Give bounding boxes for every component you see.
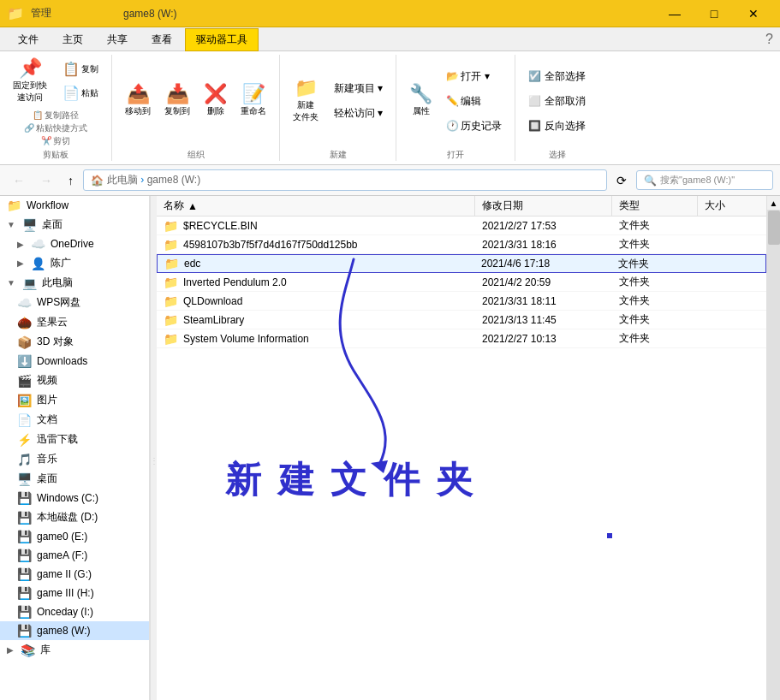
- search-box[interactable]: 🔍 搜索"game8 (W:)": [636, 170, 773, 190]
- ribbon-group-quickaccess: 📌 固定到快速访问 📋 复制 📄 粘贴 📋 复制路径 🔗 粘贴快捷方式 ✂️ 剪…: [0, 55, 112, 161]
- sidebar-item-library[interactable]: ▶ 📚 库: [0, 640, 149, 660]
- sidebar-item-docs[interactable]: 📄 文档: [0, 410, 149, 430]
- sidebar-item-workflow[interactable]: 📁 Workflow: [0, 196, 149, 215]
- annotation-dot: [607, 533, 612, 538]
- table-row[interactable]: 📁 4598107b3b7f5f7d4d167f750dd125bb 2021/…: [157, 235, 766, 254]
- table-row[interactable]: 📁 edc 2021/4/6 17:18 文件夹: [157, 254, 766, 273]
- table-row[interactable]: 📁 SteamLibrary 2021/3/13 11:45 文件夹: [157, 311, 766, 329]
- tab-view[interactable]: 查看: [140, 28, 183, 50]
- ribbon-group-content-select: ☑️ 全部选择 ⬜ 全部取消 🔲 反向选择: [522, 55, 591, 147]
- sidebar-item-desktop2[interactable]: 🖥️ 桌面: [0, 469, 149, 489]
- new-folder-button[interactable]: 📁 新建文件夹: [287, 74, 325, 128]
- sidebar-item-thispc[interactable]: ▼ 💻 此电脑: [0, 273, 149, 293]
- properties-button[interactable]: 🔧 属性: [403, 80, 438, 122]
- scroll-up-button[interactable]: ▲: [767, 196, 781, 210]
- window-folder-icon: 📁: [7, 5, 24, 21]
- col-header-name[interactable]: 名称 ▲: [157, 196, 475, 216]
- sidebar-item-gamea-f[interactable]: 💾 gameA (F:): [0, 546, 149, 565]
- sidebar-item-video[interactable]: 🎬 视频: [0, 371, 149, 390]
- sidebar-item-windows-c[interactable]: 💾 Windows (C:): [0, 489, 149, 507]
- new-group-label: 新建: [330, 147, 347, 161]
- easy-access-button[interactable]: 轻松访问 ▾: [328, 102, 389, 125]
- back-button[interactable]: ←: [7, 170, 31, 191]
- file-name-cell: 📁 QLDownload: [157, 294, 475, 309]
- sidebar-item-game3-h[interactable]: 💾 game III (H:): [0, 584, 149, 602]
- folder-icon: 📁: [164, 294, 178, 308]
- right-scrollbar[interactable]: ▲ ▼: [766, 196, 780, 700]
- sidebar-resize-handle[interactable]: ⋮: [150, 196, 157, 700]
- close-button[interactable]: ✕: [734, 0, 773, 27]
- sidebar-item-game0-e[interactable]: 💾 game0 (E:): [0, 527, 149, 546]
- tab-file[interactable]: 文件: [7, 28, 50, 50]
- sidebar-item-jianguoyun[interactable]: 🌰 坚果云: [0, 312, 149, 332]
- drive-d-icon: 💾: [17, 511, 32, 525]
- sort-asc-icon: ▲: [188, 200, 198, 212]
- organize-group-label: 组织: [188, 147, 205, 161]
- sidebar-item-thunder[interactable]: ⚡ 迅雷下载: [0, 430, 149, 449]
- history-button[interactable]: 🕐 历史记录: [440, 115, 508, 138]
- table-row[interactable]: 📁 System Volume Information 2021/2/27 10…: [157, 329, 766, 348]
- rename-button[interactable]: 📝 重命名: [235, 80, 272, 122]
- forward-button[interactable]: →: [34, 170, 58, 191]
- open-button[interactable]: 📂 打开 ▾: [440, 65, 508, 88]
- minimize-button[interactable]: —: [655, 0, 694, 27]
- scroll-track[interactable]: [767, 210, 781, 700]
- moveto-icon: 📤: [127, 85, 150, 104]
- maximize-button[interactable]: □: [694, 0, 734, 27]
- file-name-cell: 📁 Inverted Pendulum 2.0: [157, 275, 475, 290]
- sidebar-item-wps[interactable]: ☁️ WPS网盘: [0, 293, 149, 312]
- delete-button[interactable]: ❌ 删除: [198, 80, 233, 122]
- edit-icon: ✏️: [446, 95, 459, 107]
- sidebar-item-onceday-i[interactable]: 💾 Onceday (I:): [0, 602, 149, 621]
- sidebar-item-game8-w[interactable]: 💾 game8 (W:): [0, 621, 149, 640]
- library-icon: 📚: [21, 644, 35, 657]
- drive-i-icon: 💾: [17, 605, 32, 619]
- scroll-thumb[interactable]: [768, 211, 780, 245]
- help-button[interactable]: ?: [759, 28, 780, 50]
- move-to-button[interactable]: 📤 移动到: [119, 80, 157, 122]
- history-icon: 🕐: [446, 120, 459, 132]
- invert-select-button[interactable]: 🔲 反向选择: [522, 115, 591, 138]
- new-item-button[interactable]: 新建项目 ▾: [328, 77, 389, 100]
- sidebar-item-user[interactable]: ▶ 👤 陈广: [0, 253, 149, 273]
- refresh-button[interactable]: ⟳: [610, 170, 633, 191]
- edit-button[interactable]: ✏️ 编辑: [440, 90, 508, 113]
- file-list: 名称 ▲ 修改日期 类型 大小 📁 $RECYCLE.BIN 2021/2/27…: [157, 196, 766, 700]
- sidebar-item-music[interactable]: 🎵 音乐: [0, 449, 149, 469]
- jianguo-icon: 🌰: [17, 316, 32, 329]
- desktop2-icon: 🖥️: [17, 472, 32, 486]
- select-all-button[interactable]: ☑️ 全部选择: [522, 65, 591, 88]
- sidebar-item-desktop[interactable]: ▼ 🖥️ 桌面: [0, 215, 149, 234]
- pictures-icon: 🖼️: [17, 394, 32, 407]
- paste-button[interactable]: 📄 粘贴: [57, 82, 104, 104]
- sidebar-item-local-d[interactable]: 💾 本地磁盘 (D:): [0, 507, 149, 527]
- up-button[interactable]: ↑: [62, 170, 80, 191]
- pin-quickaccess-button[interactable]: 📌 固定到快速访问: [7, 55, 53, 108]
- table-row[interactable]: 📁 Inverted Pendulum 2.0 2021/4/2 20:59 文…: [157, 273, 766, 292]
- folder-icon: 📁: [164, 332, 178, 346]
- sidebar-item-downloads[interactable]: ⬇️ Downloads: [0, 352, 149, 371]
- address-bar: ← → ↑ 🏠 此电脑 › game8 (W:) ⟳ 🔍 搜索"game8 (W…: [0, 165, 780, 196]
- tab-home[interactable]: 主页: [51, 28, 94, 50]
- copyto-icon: 📥: [166, 85, 189, 104]
- copy-to-button[interactable]: 📥 复制到: [158, 80, 196, 122]
- music-icon: 🎵: [17, 453, 32, 466]
- select-none-button[interactable]: ⬜ 全部取消: [522, 90, 591, 113]
- sidebar-item-onedrive[interactable]: ▶ ☁️ OneDrive: [0, 234, 149, 253]
- sidebar-item-pictures[interactable]: 🖼️ 图片: [0, 390, 149, 410]
- sidebar-item-3dobj[interactable]: 📦 3D 对象: [0, 332, 149, 352]
- table-row[interactable]: 📁 $RECYCLE.BIN 2021/2/27 17:53 文件夹: [157, 217, 766, 235]
- col-header-date[interactable]: 修改日期: [475, 196, 612, 216]
- drive-e-icon: 💾: [17, 530, 32, 543]
- search-icon: 🔍: [644, 175, 657, 187]
- table-row[interactable]: 📁 QLDownload 2021/3/31 18:11 文件夹: [157, 292, 766, 311]
- address-input[interactable]: 🏠 此电脑 › game8 (W:): [83, 169, 607, 191]
- col-header-type[interactable]: 类型: [612, 196, 698, 216]
- col-header-size[interactable]: 大小: [698, 196, 766, 216]
- sidebar-item-game2-g[interactable]: 💾 game II (G:): [0, 565, 149, 584]
- tab-drive-tools[interactable]: 驱动器工具: [185, 28, 259, 51]
- copy-button[interactable]: 📋 复制: [57, 58, 104, 80]
- folder-icon: 📁: [164, 276, 178, 289]
- tab-share[interactable]: 共享: [96, 28, 139, 50]
- file-rows: 📁 $RECYCLE.BIN 2021/2/27 17:53 文件夹 📁 459…: [157, 217, 766, 700]
